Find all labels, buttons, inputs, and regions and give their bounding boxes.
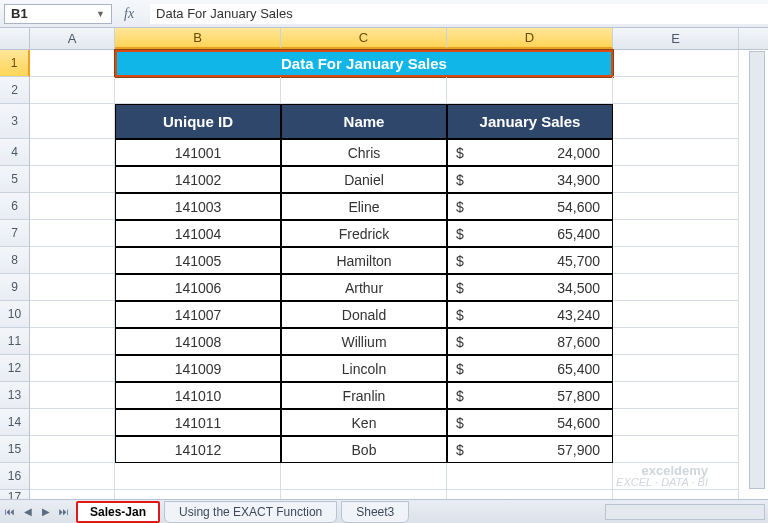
- sheet-tab[interactable]: Sales-Jan: [76, 501, 160, 523]
- cell-sales[interactable]: $54,600: [447, 193, 613, 220]
- cell[interactable]: [447, 77, 613, 104]
- cell-name[interactable]: Ken: [281, 409, 447, 436]
- cell-sales[interactable]: $87,600: [447, 328, 613, 355]
- cell-name[interactable]: Fredrick: [281, 220, 447, 247]
- cell[interactable]: [613, 139, 739, 166]
- cell-name[interactable]: Bob: [281, 436, 447, 463]
- cell[interactable]: [30, 463, 115, 490]
- cell[interactable]: [613, 382, 739, 409]
- row-header[interactable]: 12: [0, 355, 30, 382]
- cell-id[interactable]: 141004: [115, 220, 281, 247]
- cell[interactable]: [281, 463, 447, 490]
- row-header[interactable]: 8: [0, 247, 30, 274]
- cell[interactable]: [115, 77, 281, 104]
- select-all-corner[interactable]: [0, 28, 30, 49]
- header-sales[interactable]: January Sales: [447, 104, 613, 139]
- cell[interactable]: [115, 463, 281, 490]
- row-header[interactable]: 9: [0, 274, 30, 301]
- cell[interactable]: [30, 355, 115, 382]
- col-header-e[interactable]: E: [613, 28, 739, 49]
- row-header[interactable]: 15: [0, 436, 30, 463]
- vertical-scrollbar[interactable]: [749, 51, 765, 489]
- cell[interactable]: [30, 436, 115, 463]
- cell-id[interactable]: 141008: [115, 328, 281, 355]
- cell[interactable]: [30, 247, 115, 274]
- cell[interactable]: [613, 355, 739, 382]
- cell-name[interactable]: Franlin: [281, 382, 447, 409]
- cell[interactable]: [613, 436, 739, 463]
- cell-sales[interactable]: $54,600: [447, 409, 613, 436]
- cell[interactable]: [613, 166, 739, 193]
- row-header[interactable]: 3: [0, 104, 30, 139]
- cell[interactable]: [30, 50, 115, 77]
- header-name[interactable]: Name: [281, 104, 447, 139]
- cell[interactable]: [30, 274, 115, 301]
- cell-id[interactable]: 141007: [115, 301, 281, 328]
- cell[interactable]: [613, 274, 739, 301]
- cell[interactable]: [613, 247, 739, 274]
- cell[interactable]: [30, 193, 115, 220]
- cell-name[interactable]: Willium: [281, 328, 447, 355]
- cell-sales[interactable]: $34,900: [447, 166, 613, 193]
- cell-id[interactable]: 141001: [115, 139, 281, 166]
- cell[interactable]: [613, 77, 739, 104]
- cell[interactable]: [281, 77, 447, 104]
- col-header-c[interactable]: C: [281, 28, 447, 49]
- row-header[interactable]: 16: [0, 463, 30, 490]
- cell-sales[interactable]: $45,700: [447, 247, 613, 274]
- horizontal-scrollbar[interactable]: [605, 504, 765, 520]
- cell-id[interactable]: 141010: [115, 382, 281, 409]
- cell[interactable]: [30, 328, 115, 355]
- cell-name[interactable]: Chris: [281, 139, 447, 166]
- cell-id[interactable]: 141012: [115, 436, 281, 463]
- cell-id[interactable]: 141006: [115, 274, 281, 301]
- cell-id[interactable]: 141003: [115, 193, 281, 220]
- col-header-d[interactable]: D: [447, 28, 613, 49]
- cell[interactable]: [613, 104, 739, 139]
- cell[interactable]: [613, 328, 739, 355]
- row-header[interactable]: 13: [0, 382, 30, 409]
- tab-nav-prev-icon[interactable]: ◀: [20, 504, 36, 520]
- row-header[interactable]: 6: [0, 193, 30, 220]
- sheet-tab[interactable]: Using the EXACT Function: [164, 501, 337, 523]
- cell[interactable]: [613, 301, 739, 328]
- cell-sales[interactable]: $57,900: [447, 436, 613, 463]
- cell-name[interactable]: Hamilton: [281, 247, 447, 274]
- cell-name[interactable]: Arthur: [281, 274, 447, 301]
- cell-sales[interactable]: $65,400: [447, 220, 613, 247]
- cell[interactable]: [613, 193, 739, 220]
- row-header[interactable]: 11: [0, 328, 30, 355]
- cell-name[interactable]: Daniel: [281, 166, 447, 193]
- title-cell[interactable]: Data For January Sales: [115, 50, 613, 77]
- cell[interactable]: [447, 463, 613, 490]
- tab-nav-last-icon[interactable]: ⏭: [56, 504, 72, 520]
- row-header[interactable]: 4: [0, 139, 30, 166]
- cell-name[interactable]: Lincoln: [281, 355, 447, 382]
- row-header[interactable]: 2: [0, 77, 30, 104]
- cell-id[interactable]: 141005: [115, 247, 281, 274]
- cell[interactable]: [30, 220, 115, 247]
- col-header-b[interactable]: B: [115, 28, 281, 49]
- cell[interactable]: [30, 166, 115, 193]
- cell-name[interactable]: Eline: [281, 193, 447, 220]
- row-header[interactable]: 5: [0, 166, 30, 193]
- cell[interactable]: [613, 220, 739, 247]
- cell-sales[interactable]: $43,240: [447, 301, 613, 328]
- cell[interactable]: [30, 104, 115, 139]
- cell[interactable]: [30, 301, 115, 328]
- cell-id[interactable]: 141002: [115, 166, 281, 193]
- row-header[interactable]: 1: [0, 50, 30, 77]
- cell[interactable]: [30, 409, 115, 436]
- cell[interactable]: [613, 409, 739, 436]
- name-box[interactable]: B1 ▼: [4, 4, 112, 24]
- cell[interactable]: [30, 139, 115, 166]
- cell[interactable]: [30, 77, 115, 104]
- cell-sales[interactable]: $34,500: [447, 274, 613, 301]
- sheet-tab[interactable]: Sheet3: [341, 501, 409, 523]
- row-header[interactable]: 7: [0, 220, 30, 247]
- cell-id[interactable]: 141009: [115, 355, 281, 382]
- cell[interactable]: [613, 50, 739, 77]
- cell-sales[interactable]: $24,000: [447, 139, 613, 166]
- cell[interactable]: [30, 382, 115, 409]
- cell-id[interactable]: 141011: [115, 409, 281, 436]
